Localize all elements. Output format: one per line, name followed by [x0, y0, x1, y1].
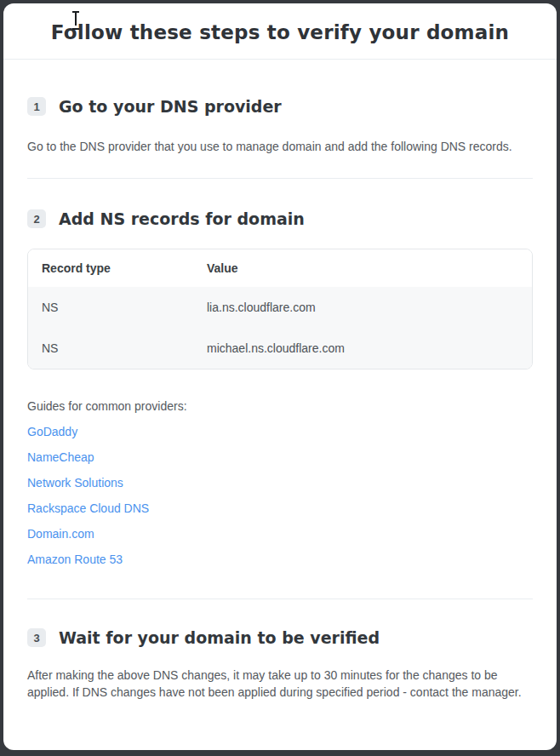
modal-content: 1 Go to your DNS provider Go to the DNS … — [3, 97, 557, 701]
link-network-solutions[interactable]: Network Solutions — [27, 477, 123, 490]
step-2-number-badge: 2 — [27, 209, 46, 228]
link-amazon-route-53[interactable]: Amazon Route 53 — [27, 553, 123, 566]
link-namecheap[interactable]: NameCheap — [27, 451, 94, 464]
record-type-cell: NS — [28, 328, 193, 369]
step-1-number-badge: 1 — [27, 97, 46, 116]
step-1-header: 1 Go to your DNS provider — [27, 97, 533, 116]
modal-header: Follow these steps to verify your domain — [3, 3, 557, 60]
step-1-heading: Go to your DNS provider — [59, 97, 282, 116]
guides-label: Guides for common providers: — [27, 399, 533, 413]
table-header-row: Record type Value — [28, 249, 532, 287]
table-row: NS lia.ns.cloudflare.com — [28, 287, 532, 328]
dns-records-table: Record type Value NS lia.ns.cloudflare.c… — [27, 249, 533, 369]
record-value-cell: lia.ns.cloudflare.com — [193, 287, 532, 328]
column-header-record-type: Record type — [28, 249, 193, 287]
step-1-description: Go to the DNS provider that you use to m… — [27, 138, 533, 155]
record-type-cell: NS — [28, 287, 193, 328]
table-body: NS lia.ns.cloudflare.com NS michael.ns.c… — [28, 287, 532, 369]
link-godaddy[interactable]: GoDaddy — [27, 426, 77, 438]
divider — [27, 598, 533, 599]
step-3-number-badge: 3 — [27, 628, 46, 647]
record-value-cell: michael.ns.cloudflare.com — [193, 328, 532, 369]
step-2-header: 2 Add NS records for domain — [27, 209, 533, 228]
link-rackspace-cloud-dns[interactable]: Rackspace Cloud DNS — [27, 502, 149, 515]
provider-links-list: GoDaddy NameCheap Network Solutions Rack… — [27, 426, 533, 566]
table-row: NS michael.ns.cloudflare.com — [28, 328, 532, 369]
column-header-value: Value — [193, 249, 532, 287]
verify-domain-modal: Follow these steps to verify your domain… — [3, 3, 557, 750]
link-domain-com[interactable]: Domain.com — [27, 528, 94, 541]
step-3-header: 3 Wait for your domain to be verified — [27, 628, 533, 647]
step-3-heading: Wait for your domain to be verified — [59, 628, 380, 647]
step-2-heading: Add NS records for domain — [59, 209, 305, 228]
step-3-description: After making the above DNS changes, it m… — [27, 667, 533, 701]
divider — [27, 178, 533, 179]
modal-title: Follow these steps to verify your domain — [24, 21, 536, 43]
